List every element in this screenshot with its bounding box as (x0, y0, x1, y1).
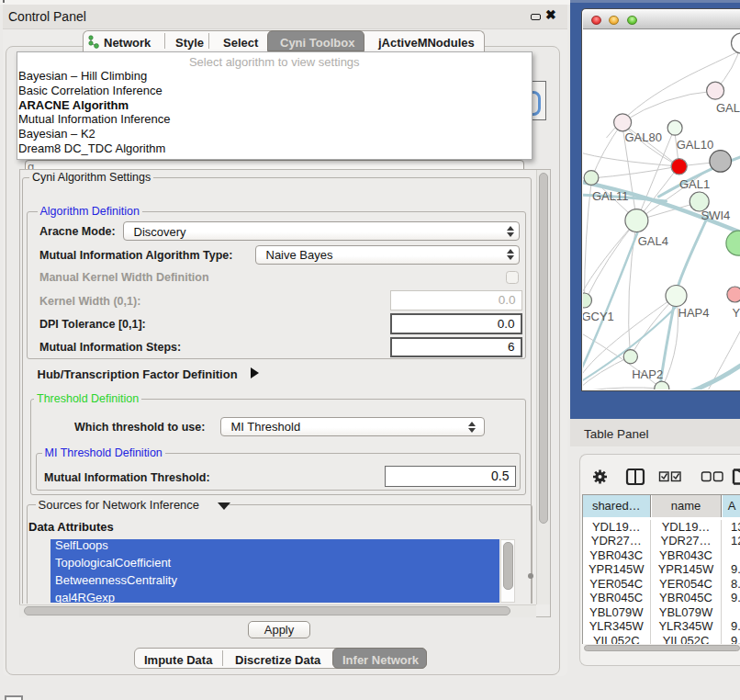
svg-text:Y: Y (732, 306, 740, 320)
svg-text:GAL2: GAL2 (716, 101, 740, 115)
svg-text:HAP4: HAP4 (678, 306, 709, 320)
svg-text:SWI4: SWI4 (701, 209, 730, 222)
svg-text:GAL10: GAL10 (676, 138, 712, 152)
svg-text:HAP2: HAP2 (632, 367, 663, 381)
svg-text:GAL80: GAL80 (624, 130, 661, 144)
svg-text:GAL4: GAL4 (637, 234, 667, 248)
svg-text:GAL1: GAL1 (679, 177, 710, 191)
svg-text:GCY1: GCY1 (583, 310, 614, 323)
svg-text:GAL11: GAL11 (591, 189, 628, 203)
